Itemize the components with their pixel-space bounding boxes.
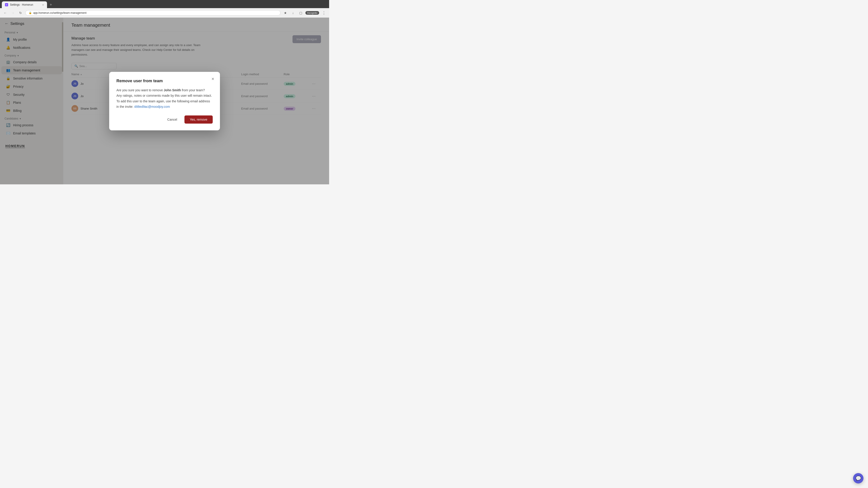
modal-close-button[interactable]: ✕ bbox=[210, 76, 216, 82]
browser-tab[interactable]: H Settings · Homerun × bbox=[2, 1, 47, 8]
address-bar: ← → ↻ 🔒 app.homerun.co/settings/team-man… bbox=[0, 8, 329, 18]
cancel-button[interactable]: Cancel bbox=[163, 116, 182, 124]
url-bar[interactable]: 🔒 app.homerun.co/settings/team-managemen… bbox=[25, 10, 281, 15]
lock-icon: 🔒 bbox=[29, 11, 32, 14]
modal-actions: Cancel Yes, remove bbox=[116, 116, 213, 124]
menu-icon[interactable]: ⋮ bbox=[321, 10, 327, 16]
forward-button[interactable]: → bbox=[10, 10, 16, 16]
modal-body-text-1: Are you sure you want to remove bbox=[116, 88, 164, 92]
modal-body: Are you sure you want to remove John Smi… bbox=[116, 88, 213, 109]
download-icon[interactable]: ↓ bbox=[290, 10, 296, 16]
remove-user-modal: Remove user from team ✕ Are you sure you… bbox=[109, 72, 220, 130]
modal-user-name: John Smith bbox=[164, 88, 181, 92]
yes-remove-button[interactable]: Yes, remove bbox=[184, 116, 213, 124]
new-tab-button[interactable]: + bbox=[48, 1, 54, 8]
modal-body-text-2: from your team? bbox=[181, 88, 205, 92]
url-text: app.homerun.co/settings/team-management bbox=[33, 11, 86, 14]
modal-title: Remove user from team bbox=[116, 78, 213, 84]
modal-body-text-3: Any ratings, notes or comments made by t… bbox=[116, 93, 213, 98]
close-icon[interactable]: × bbox=[42, 3, 44, 6]
extensions-icon[interactable]: ▢ bbox=[298, 10, 304, 16]
bookmark-icon[interactable]: ★ bbox=[282, 10, 288, 16]
incognito-badge: Incognito bbox=[305, 11, 319, 15]
app-layout: ← Settings Personal ▼ 👤 My profile 🔔 Not… bbox=[0, 18, 329, 184]
tab-title: Settings · Homerun bbox=[10, 3, 40, 6]
refresh-button[interactable]: ↻ bbox=[18, 10, 24, 16]
tab-favicon: H bbox=[5, 3, 8, 6]
modal-overlay: Remove user from team ✕ Are you sure you… bbox=[0, 18, 329, 184]
back-button[interactable]: ← bbox=[2, 10, 8, 16]
browser-tab-bar: H Settings · Homerun × + bbox=[0, 0, 329, 8]
modal-email-link: 488ed9ac@moodjoy.com bbox=[134, 105, 170, 108]
